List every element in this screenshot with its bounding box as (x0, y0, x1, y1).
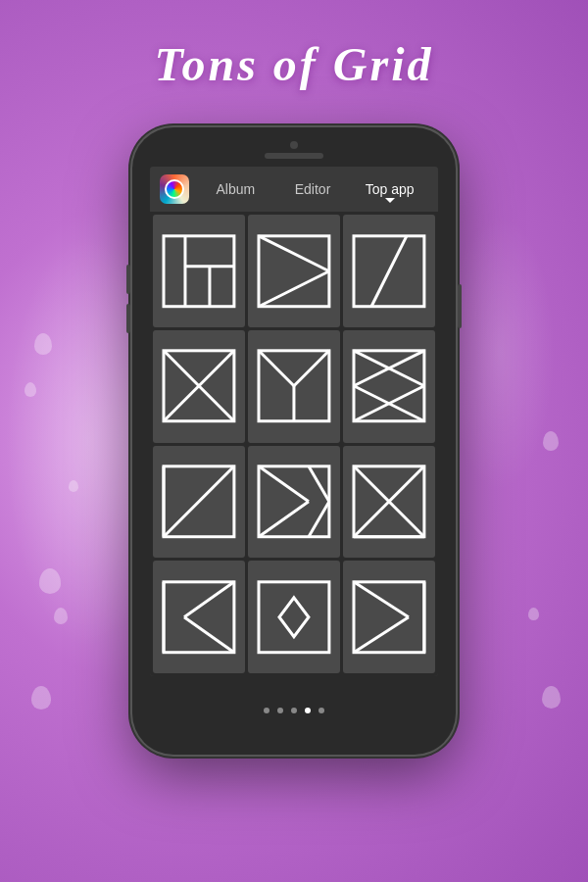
svg-line-41 (354, 617, 409, 653)
grid-cell-right-arrow[interactable] (343, 561, 435, 673)
water-drop (528, 608, 539, 620)
grid-cell-arrow-right[interactable] (248, 446, 340, 559)
grid-cell-v-shape[interactable] (343, 446, 435, 559)
page-dot-4 (305, 708, 311, 713)
page-dot-3 (291, 708, 297, 713)
nav-editor[interactable]: Editor (274, 177, 352, 201)
volume-up-button (126, 265, 130, 294)
svg-line-35 (184, 617, 234, 653)
grid-layout-container (150, 212, 438, 676)
front-camera (290, 141, 298, 149)
page-dot-1 (264, 708, 270, 713)
svg-line-15 (294, 351, 329, 386)
svg-rect-0 (164, 235, 234, 306)
svg-line-25 (259, 466, 309, 502)
grid-cell-diagonal[interactable] (248, 215, 340, 327)
water-drop (54, 608, 68, 624)
grid-cell-diamond[interactable] (248, 561, 340, 673)
water-drop (543, 431, 559, 451)
svg-line-5 (259, 235, 329, 270)
grid-cell-corner-tri[interactable] (153, 446, 245, 559)
svg-line-8 (371, 235, 407, 306)
svg-line-6 (259, 270, 329, 306)
app-icon-inner (165, 179, 184, 199)
power-button (458, 284, 462, 328)
svg-rect-37 (259, 582, 329, 653)
grid-cell-x[interactable] (153, 330, 245, 443)
svg-rect-4 (259, 235, 329, 306)
svg-line-26 (259, 502, 309, 537)
svg-marker-38 (279, 598, 309, 637)
speaker-grille (265, 153, 323, 159)
water-drop (69, 480, 78, 492)
nav-topapp[interactable]: Top app (351, 177, 428, 201)
app-icon[interactable] (160, 174, 189, 204)
grid-cell-columns[interactable] (153, 215, 245, 327)
grid-cell-left-arrow[interactable] (153, 561, 245, 673)
grid-cell-y[interactable] (248, 330, 340, 443)
phone-frame: Album Editor Top app (132, 127, 456, 755)
grid-cell-slant[interactable] (343, 215, 435, 327)
svg-rect-16 (354, 351, 424, 421)
navigation-bar: Album Editor Top app (150, 167, 438, 212)
svg-line-40 (354, 582, 409, 617)
water-drop (24, 382, 36, 397)
svg-line-34 (184, 582, 234, 617)
grid-cell-bowtie[interactable] (343, 330, 435, 443)
volume-down-button (126, 304, 130, 333)
page-dot-5 (318, 708, 324, 713)
nav-album[interactable]: Album (197, 177, 274, 201)
page-headline: Tons of Grid (0, 37, 588, 91)
water-drop (34, 333, 52, 355)
svg-line-27 (309, 466, 329, 502)
svg-line-14 (259, 351, 294, 386)
svg-line-22 (164, 466, 234, 537)
phone-screen: Album Editor Top app (150, 167, 438, 676)
water-drop (542, 686, 561, 709)
water-drop (39, 568, 61, 594)
svg-rect-24 (259, 466, 329, 537)
svg-line-28 (309, 502, 329, 537)
svg-rect-33 (164, 582, 234, 653)
water-drop (31, 686, 51, 710)
svg-rect-39 (354, 582, 424, 653)
page-dot-2 (277, 708, 283, 713)
page-indicator (264, 676, 324, 755)
